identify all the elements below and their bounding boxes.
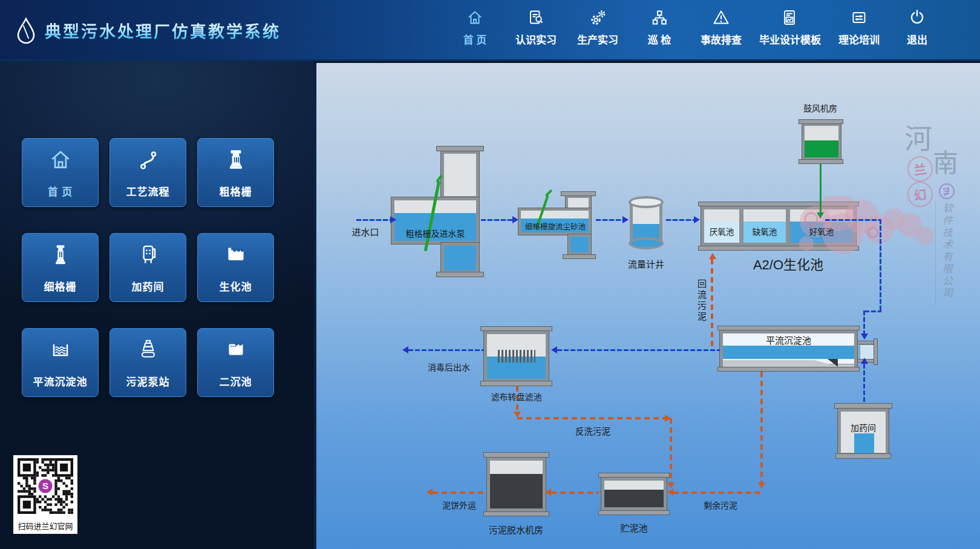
sidebar-item-label: 首 页 bbox=[22, 183, 98, 199]
watermark-char-nan: 南 bbox=[933, 142, 958, 179]
air-supply-line bbox=[820, 164, 822, 212]
a2o-outlet-line bbox=[864, 311, 881, 312]
sidebar-item-bio-tank[interactable]: 生化池 bbox=[197, 233, 274, 302]
blower-bottom-cap bbox=[799, 159, 843, 164]
water-drop-icon bbox=[16, 16, 36, 44]
doc-search-icon bbox=[527, 8, 545, 27]
sedimentation-label: 平流沉淀池 bbox=[723, 334, 854, 346]
flow-meter-label: 流量计井 bbox=[616, 257, 676, 270]
nav-label: 认识实习 bbox=[506, 31, 566, 47]
nav-item-production-practice[interactable]: 生产实习 bbox=[567, 8, 628, 47]
watermark-company: 软件技术有限公司 bbox=[939, 203, 954, 307]
cake-out-line bbox=[433, 491, 485, 494]
sidebar-item-label: 粗格栅 bbox=[198, 183, 273, 199]
app-window: 典型污水处理厂仿真教学系统 首 页 认识实习 生产实习 bbox=[0, 0, 980, 549]
header-bar: 典型污水处理厂仿真教学系统 首 页 认识实习 生产实习 bbox=[0, 0, 980, 61]
inlet-arrowhead bbox=[390, 216, 396, 223]
watermark-rule bbox=[935, 201, 936, 305]
excess-sludge-line bbox=[673, 491, 762, 494]
inlet-flow-line bbox=[356, 219, 390, 221]
nav-item-logout[interactable]: 退出 bbox=[887, 8, 947, 47]
sidebar-item-fine-screen[interactable]: 细格栅 bbox=[22, 233, 99, 302]
flow-route-icon bbox=[136, 147, 161, 173]
nav-item-accident-investigation[interactable]: 事故排查 bbox=[691, 8, 751, 47]
nav-item-inspection[interactable]: 巡 检 bbox=[629, 8, 690, 47]
sludge-pump-icon bbox=[136, 337, 161, 363]
sludge-transfer-line bbox=[551, 491, 599, 494]
blower-label: 鼓风机房 bbox=[781, 102, 860, 114]
effluent-line bbox=[408, 349, 484, 351]
a2o-outlet-line bbox=[880, 219, 881, 312]
nav-item-graduation-template[interactable]: 毕业设计模板 bbox=[759, 8, 820, 47]
aerobic-label: 好氧池 bbox=[790, 225, 853, 237]
nav-label: 退出 bbox=[887, 31, 947, 47]
effluent-arrowhead bbox=[402, 346, 408, 353]
qr-code-image: S bbox=[18, 458, 73, 514]
secondary-tank-icon bbox=[223, 337, 249, 363]
coarse-screen-label: 粗格栅及进水泵 bbox=[394, 227, 476, 239]
excess-sludge-label: 剩余污泥 bbox=[696, 499, 745, 511]
nav-label: 生产实习 bbox=[567, 31, 628, 47]
power-icon bbox=[908, 8, 926, 27]
fine-screen-sump-water bbox=[570, 237, 589, 252]
sidebar-item-label: 加药间 bbox=[110, 278, 186, 294]
return-sludge-label: 回流污泥 bbox=[695, 273, 708, 329]
sidebar-item-home[interactable]: 首 页 bbox=[22, 138, 99, 207]
backwash-arrowhead bbox=[667, 482, 675, 488]
coarse-screen-tower bbox=[441, 151, 479, 199]
warning-icon bbox=[712, 8, 730, 27]
return-sludge-line bbox=[711, 259, 713, 350]
sidebar-item-label: 工艺流程 bbox=[110, 183, 186, 199]
sidebar-item-process-flow[interactable]: 工艺流程 bbox=[109, 138, 186, 207]
anaerobic-label: 厌氧池 bbox=[704, 225, 739, 237]
app-title: 典型污水处理厂仿真教学系统 bbox=[45, 19, 281, 42]
excess-sludge-arrowhead bbox=[667, 488, 673, 496]
fine-screen-label: 细格栅旋流尘砂池 bbox=[520, 220, 591, 232]
storage-label: 贮泥池 bbox=[610, 521, 658, 534]
nav-item-cognition-practice[interactable]: 认识实习 bbox=[506, 8, 566, 47]
air-supply-arrowhead bbox=[817, 212, 824, 219]
dosing-label: 加药间 bbox=[841, 421, 886, 433]
sidebar-item-horizontal-sedimentation-tank[interactable]: 平流沉淀池 bbox=[22, 328, 99, 397]
blower-green-fill bbox=[805, 140, 838, 157]
dosing-feed-line bbox=[863, 364, 865, 403]
storage-top-cap bbox=[598, 473, 670, 478]
arrowhead bbox=[861, 334, 868, 340]
nav-label: 巡 检 bbox=[629, 31, 690, 47]
sidebar-item-secondary-sedimentation-tank[interactable]: 二沉池 bbox=[197, 328, 274, 397]
backwash-label: 反洗污泥 bbox=[557, 424, 629, 437]
dewatering-bottom-cap bbox=[483, 511, 549, 516]
filter-label: 滤布转盘滤池 bbox=[472, 390, 560, 403]
arrowhead bbox=[694, 216, 700, 223]
nav-item-home[interactable]: 首 页 bbox=[445, 8, 505, 47]
return-sludge-arrowhead bbox=[709, 253, 716, 259]
dosing-feed-arrowhead bbox=[861, 358, 868, 364]
sidebar-item-sludge-pump-station[interactable]: 污泥泵站 bbox=[109, 328, 186, 397]
sidebar-item-coarse-screen[interactable]: 粗格栅 bbox=[197, 138, 274, 207]
filter-discs bbox=[498, 350, 535, 363]
sedimentation-tank-icon bbox=[48, 337, 73, 363]
watermark-char-he: 河 bbox=[904, 116, 932, 156]
dosing-water bbox=[854, 433, 874, 453]
sedimentation-outlet-line bbox=[557, 349, 720, 351]
anoxic-label: 缺氧池 bbox=[743, 225, 786, 237]
fine-screen-sump-cap bbox=[563, 254, 596, 259]
gears-icon bbox=[589, 8, 607, 27]
process-flow-diagram: 进水口 粗格栅及进水泵 细格栅旋流尘砂池 流量计井 bbox=[314, 63, 980, 549]
filter-bottom-cap bbox=[480, 381, 552, 386]
effluent-label: 消毒后出水 bbox=[419, 361, 479, 373]
seal-char: 幻 bbox=[913, 185, 928, 205]
nav-item-theory-training[interactable]: 理论培训 bbox=[829, 8, 889, 47]
nav-label: 事故排查 bbox=[691, 31, 751, 47]
dewatering-label: 污泥脱水机房 bbox=[480, 523, 552, 536]
sidebar-item-dosing-room[interactable]: 加药间 bbox=[109, 233, 186, 302]
sliders-icon bbox=[850, 8, 868, 27]
a2o-outlet-line bbox=[863, 311, 865, 334]
dosing-top-cap bbox=[834, 403, 892, 409]
sidebar-item-label: 二沉池 bbox=[198, 373, 273, 389]
sidebar-item-label: 污泥泵站 bbox=[110, 373, 186, 389]
storage-sludge bbox=[604, 490, 664, 507]
dewatering-top-cap bbox=[483, 452, 549, 458]
dewatering-sludge bbox=[490, 474, 543, 508]
filter-top-cap bbox=[480, 326, 552, 331]
